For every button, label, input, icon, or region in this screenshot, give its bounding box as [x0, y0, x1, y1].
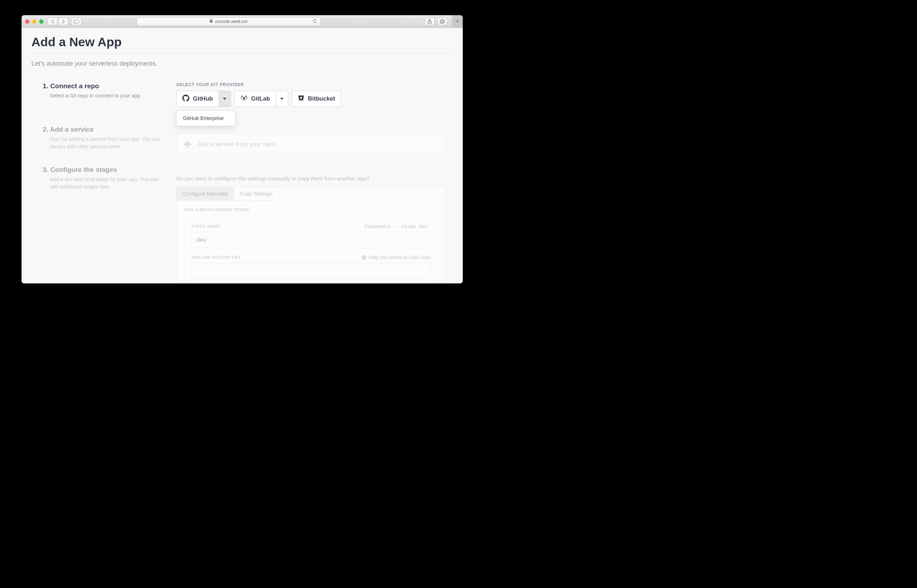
step-3-desc: Add a dev and prod stage for your app. Y… — [43, 176, 163, 191]
iam-help-text: Help me create an IAM User — [368, 254, 431, 260]
configure-tabbox: Configure Manually Copy Settings Add a d… — [176, 187, 446, 283]
deployed-to-code: `--stage dev` — [392, 223, 431, 229]
stage-name-label: Stage Name — [191, 224, 220, 228]
steps-column: 1. Connect a repo Select a Git repo to c… — [31, 82, 169, 283]
gitlab-icon — [241, 95, 248, 103]
lock-icon — [209, 19, 213, 24]
configure-tab-body: Add a development stage Stage Name Deplo… — [177, 200, 446, 283]
github-enterprise-option[interactable]: GitHub Enterprise — [177, 112, 235, 124]
bitbucket-provider-button[interactable]: Bitbucket — [292, 91, 341, 107]
reload-button[interactable] — [313, 19, 317, 24]
tabs-button[interactable] — [437, 18, 447, 26]
step-2-num: 2. — [43, 126, 49, 133]
gitlab-dropdown-toggle[interactable] — [276, 91, 288, 107]
close-window-button[interactable] — [25, 19, 29, 24]
titlebar-right-buttons: + — [424, 15, 459, 28]
browser-titlebar: console.seed.run + — [21, 15, 463, 28]
github-dropdown-toggle[interactable] — [219, 91, 231, 107]
step-1-num: 1. — [43, 82, 49, 90]
add-service-placeholder: Add a service from your repo… — [198, 141, 281, 148]
iam-key-label: AWS IAM Access Key — [191, 255, 241, 259]
step-3-num: 3. — [43, 166, 49, 173]
stage-name-input[interactable] — [191, 232, 431, 248]
caret-down-icon — [223, 98, 227, 100]
bitbucket-label: Bitbucket — [308, 95, 335, 102]
step-1-title: Connect a repo — [50, 82, 99, 90]
tab-copy-settings[interactable]: Copy Settings — [234, 187, 278, 200]
step-2: 2. Add a service Start by adding a servi… — [43, 126, 169, 150]
deployed-to-hint: Deployed to `--stage dev` — [365, 223, 431, 229]
two-column-layout: 1. Connect a repo Select a Git repo to c… — [31, 82, 453, 283]
maximize-window-button[interactable] — [39, 19, 44, 24]
configure-section: Do you want to configure the settings ma… — [176, 175, 446, 283]
forward-button[interactable] — [58, 18, 68, 26]
plus-icon: ✚ — [184, 139, 191, 150]
browser-window: console.seed.run + Add a New App Let's a… — [21, 15, 463, 283]
git-provider-row: GitHub GitLab — [176, 91, 446, 107]
step-1: 1. Connect a repo Select a Git repo to c… — [43, 82, 169, 100]
svg-rect-2 — [210, 21, 213, 23]
add-service-section: ✚ Add a service from your repo… — [176, 134, 446, 155]
dev-stage-heading: Add a development stage — [185, 208, 437, 212]
tab-configure-manually[interactable]: Configure Manually — [177, 187, 234, 200]
svg-rect-5 — [441, 19, 444, 22]
github-label: GitHub — [193, 95, 213, 102]
svg-rect-0 — [73, 20, 79, 23]
dev-stage-card: Stage Name Deployed to `--stage dev` AWS… — [185, 217, 437, 283]
github-icon — [182, 95, 190, 103]
step-1-desc: Select a Git repo to connect to your app… — [43, 92, 163, 100]
bitbucket-icon — [298, 95, 305, 103]
configure-question: Do you want to configure the settings ma… — [176, 175, 446, 182]
iam-access-key-input[interactable] — [191, 263, 431, 279]
minimize-window-button[interactable] — [32, 19, 36, 24]
configure-tabs: Configure Manually Copy Settings — [176, 187, 279, 200]
iam-help-link[interactable]: i Help me create an IAM User — [362, 254, 431, 260]
back-button[interactable] — [48, 18, 58, 26]
step-3: 3. Configure the stages Add a dev and pr… — [43, 166, 169, 191]
info-icon: i — [362, 255, 366, 260]
github-provider-button[interactable]: GitHub — [176, 91, 231, 107]
gitlab-label: GitLab — [251, 95, 270, 102]
url-bar[interactable]: console.seed.run — [137, 17, 321, 26]
caret-down-icon — [280, 98, 284, 100]
step-3-heading: 3. Configure the stages — [43, 166, 169, 174]
nav-button-group — [48, 18, 68, 26]
add-service-button[interactable]: ✚ Add a service from your repo… — [176, 134, 446, 155]
page-title: Add a New App — [31, 35, 453, 49]
url-text: console.seed.run — [215, 19, 247, 24]
page-subtitle: Let's automate your serverless deploymen… — [31, 60, 453, 68]
deployed-to-prefix: Deployed to — [365, 223, 392, 229]
svg-rect-4 — [440, 21, 443, 23]
page-content: Add a New App Let's automate your server… — [21, 28, 463, 283]
github-dropdown-menu: GitHub Enterprise — [176, 110, 235, 126]
form-column: Select your Git provider GitHub — [176, 82, 453, 283]
share-button[interactable] — [424, 18, 434, 26]
step-2-title: Add a service — [50, 126, 94, 133]
step-1-heading: 1. Connect a repo — [43, 82, 169, 90]
git-provider-label: Select your Git provider — [176, 82, 446, 87]
step-2-desc: Start by adding a service from your app.… — [43, 136, 163, 150]
new-tab-button[interactable]: + — [452, 15, 463, 28]
traffic-lights — [25, 19, 44, 24]
step-3-title: Configure the stages — [50, 166, 117, 173]
sidebar-toggle-button[interactable] — [71, 18, 82, 26]
gitlab-provider-button[interactable]: GitLab — [235, 91, 288, 107]
step-2-heading: 2. Add a service — [43, 126, 169, 133]
divider — [31, 53, 453, 54]
